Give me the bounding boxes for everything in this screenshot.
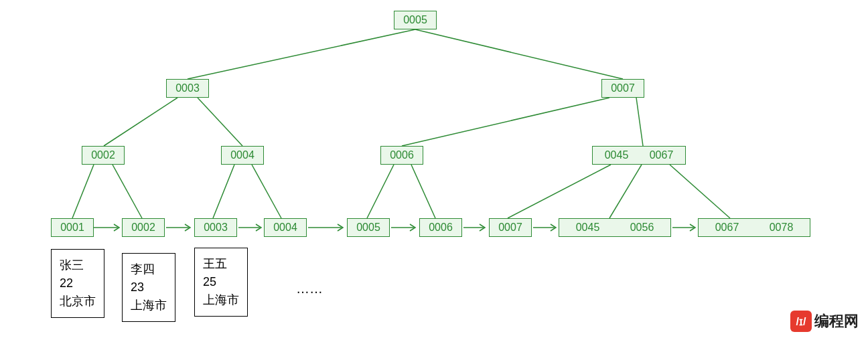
tree-root: 0005 <box>394 11 437 29</box>
leaf-4: 0004 <box>264 218 307 237</box>
svg-line-10 <box>367 165 394 218</box>
svg-line-7 <box>113 165 142 218</box>
svg-line-0 <box>188 29 415 79</box>
tree-l3-d: 0045 0067 <box>592 146 686 165</box>
leaf-7: 0007 <box>489 218 532 237</box>
brand-logo-text: 编程网 <box>814 311 859 331</box>
leaf-8-key2: 0056 <box>630 222 654 234</box>
tree-l3-d-key1: 0045 <box>605 149 629 161</box>
leaf-2: 0002 <box>122 218 165 237</box>
leaf-9-key1: 0067 <box>715 222 739 234</box>
tree-l3-a: 0002 <box>82 146 125 165</box>
leaf-8-key1: 0045 <box>576 222 600 234</box>
svg-line-5 <box>636 98 643 146</box>
leaf-9-key2: 0078 <box>770 222 794 234</box>
leaf-1: 0001 <box>51 218 94 237</box>
svg-line-8 <box>213 165 234 218</box>
tree-l3-d-key2: 0067 <box>650 149 674 161</box>
svg-line-9 <box>252 165 281 218</box>
leaf-6: 0006 <box>419 218 462 237</box>
tree-l3-c: 0006 <box>380 146 423 165</box>
brand-logo-icon: /ɪ/ <box>790 311 812 332</box>
svg-line-2 <box>104 98 177 146</box>
ellipsis-text: …… <box>296 281 323 296</box>
data-record-2: 李四 23 上海市 <box>122 253 175 322</box>
svg-line-11 <box>411 165 435 218</box>
data-record-3: 王五 25 上海市 <box>194 248 248 317</box>
leaf-3: 0003 <box>194 218 237 237</box>
leaf-9: 0067 0078 <box>698 218 810 237</box>
brand-logo: /ɪ/ 编程网 <box>790 311 859 332</box>
svg-line-4 <box>402 98 609 146</box>
svg-line-12 <box>508 165 611 218</box>
svg-line-1 <box>415 29 623 79</box>
svg-line-3 <box>198 98 242 146</box>
leaf-8: 0045 0056 <box>559 218 671 237</box>
svg-line-13 <box>609 165 642 218</box>
tree-l2-right: 0007 <box>601 79 644 98</box>
data-record-1: 张三 22 北京市 <box>51 249 104 318</box>
svg-line-14 <box>670 165 730 218</box>
svg-line-6 <box>72 165 94 218</box>
tree-l3-b: 0004 <box>221 146 264 165</box>
tree-l2-left: 0003 <box>166 79 209 98</box>
leaf-5: 0005 <box>347 218 390 237</box>
